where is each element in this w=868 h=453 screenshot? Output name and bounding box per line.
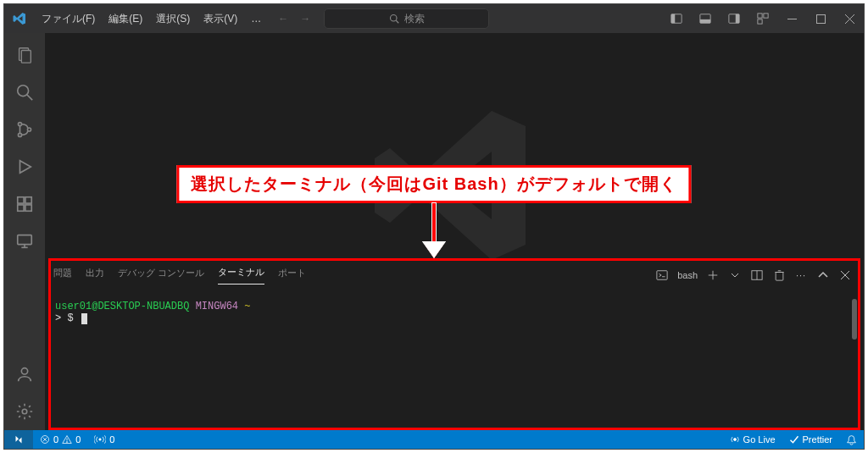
status-go-live-label: Go Live xyxy=(743,434,776,445)
svg-rect-9 xyxy=(764,14,768,18)
explorer-icon[interactable] xyxy=(4,36,45,74)
svg-point-48 xyxy=(733,439,736,441)
status-ports[interactable]: 0 xyxy=(87,434,121,445)
svg-rect-5 xyxy=(700,19,710,23)
svg-rect-24 xyxy=(18,205,24,211)
toggle-panel-icon[interactable] xyxy=(691,4,720,33)
svg-rect-26 xyxy=(25,197,31,203)
terminal-env: MINGW64 xyxy=(196,301,238,312)
status-ports-count: 0 xyxy=(109,434,114,445)
nav-back-icon[interactable]: ← xyxy=(275,13,292,25)
broadcast-icon xyxy=(730,434,740,445)
split-terminal-icon[interactable] xyxy=(750,268,764,282)
run-debug-icon[interactable] xyxy=(4,148,45,185)
svg-point-47 xyxy=(99,439,101,440)
panel-tab-output[interactable]: 出力 xyxy=(86,267,104,285)
new-terminal-icon[interactable] xyxy=(706,268,720,282)
status-prettier-label: Prettier xyxy=(803,434,832,445)
accounts-icon[interactable] xyxy=(4,356,45,393)
svg-point-30 xyxy=(21,368,27,374)
window-close-icon[interactable] xyxy=(835,4,864,33)
warning-icon xyxy=(62,434,72,445)
menu-view[interactable]: 表示(V) xyxy=(197,4,244,33)
settings-gear-icon[interactable] xyxy=(4,393,45,430)
svg-rect-16 xyxy=(21,51,31,64)
titlebar: ファイル(F) 編集(E) 選択(S) 表示(V) … ← → 検索 xyxy=(4,4,864,33)
terminal-cursor xyxy=(81,313,87,324)
vscode-logo-icon xyxy=(4,12,35,25)
customize-layout-icon[interactable] xyxy=(748,4,777,33)
status-prettier[interactable]: Prettier xyxy=(782,434,839,445)
status-go-live[interactable]: Go Live xyxy=(723,434,782,445)
menu-overflow[interactable]: … xyxy=(244,4,268,33)
terminal-user-host: user01@DESKTOP-NBUADBQ xyxy=(55,301,189,312)
command-center-search[interactable]: 検索 xyxy=(324,8,488,29)
nav-forward-icon[interactable]: → xyxy=(297,13,314,25)
svg-point-19 xyxy=(18,123,21,126)
svg-rect-10 xyxy=(758,19,762,24)
status-error-count: 0 xyxy=(53,434,58,445)
svg-rect-3 xyxy=(671,14,675,24)
svg-rect-23 xyxy=(18,197,24,203)
svg-rect-7 xyxy=(736,14,739,24)
svg-rect-8 xyxy=(758,14,762,18)
svg-point-0 xyxy=(390,15,397,22)
menu-select[interactable]: 選択(S) xyxy=(149,4,197,33)
svg-rect-12 xyxy=(816,14,825,23)
remote-explorer-icon[interactable] xyxy=(4,223,45,260)
toggle-secondary-sidebar-icon[interactable] xyxy=(720,4,748,33)
terminal-body[interactable]: user01@DESKTOP-NBUADBQ MINGW64 ~ > $ xyxy=(55,301,852,425)
check-icon xyxy=(789,434,799,445)
svg-rect-25 xyxy=(25,205,31,211)
menu-file[interactable]: ファイル(F) xyxy=(35,4,102,33)
svg-rect-32 xyxy=(657,271,667,280)
window-minimize-icon[interactable] xyxy=(777,4,806,33)
source-control-icon[interactable] xyxy=(4,111,45,148)
extensions-icon[interactable] xyxy=(4,185,45,223)
kill-terminal-icon[interactable] xyxy=(772,268,786,282)
svg-point-20 xyxy=(18,133,21,136)
svg-rect-27 xyxy=(18,235,32,245)
terminal-cwd: ~ xyxy=(244,301,250,312)
svg-point-21 xyxy=(27,128,31,131)
panel-tab-ports[interactable]: ポート xyxy=(278,267,306,285)
annotation-arrow-icon xyxy=(424,202,444,258)
panel-tab-problems[interactable]: 問題 xyxy=(53,267,72,285)
panel-tab-terminal[interactable]: ターミナル xyxy=(218,266,264,285)
remote-indicator-icon[interactable] xyxy=(4,430,33,449)
toggle-primary-sidebar-icon[interactable] xyxy=(662,4,691,33)
terminal-prompt-line: > $ xyxy=(55,312,852,324)
statusbar: 0 0 0 Go Live Prettier xyxy=(4,430,864,449)
svg-point-17 xyxy=(18,86,29,97)
search-sidebar-icon[interactable] xyxy=(4,74,45,111)
annotation-callout: 選択したターミナル（今回はGit Bash）がデフォルトで開く xyxy=(176,165,691,203)
antenna-icon xyxy=(94,434,106,445)
window-maximize-icon[interactable] xyxy=(806,4,835,33)
search-icon xyxy=(389,14,399,24)
terminal-prompt-header: user01@DESKTOP-NBUADBQ MINGW64 ~ xyxy=(55,301,852,312)
status-warning-count: 0 xyxy=(75,434,81,445)
status-notifications-icon[interactable] xyxy=(839,434,864,445)
terminal-dropdown-icon[interactable] xyxy=(728,268,742,282)
status-problems[interactable]: 0 0 xyxy=(33,434,87,445)
panel-tab-debug-console[interactable]: デバッグ コンソール xyxy=(118,267,204,285)
close-panel-icon[interactable] xyxy=(838,268,852,282)
svg-marker-22 xyxy=(20,161,31,174)
terminal-scrollbar[interactable] xyxy=(852,299,857,340)
error-icon xyxy=(40,434,50,445)
terminal-profile-icon xyxy=(655,268,669,282)
svg-point-46 xyxy=(67,442,68,443)
menu-edit[interactable]: 編集(E) xyxy=(102,4,149,33)
panel-actions: bash ··· xyxy=(655,263,852,287)
terminal-shell-label[interactable]: bash xyxy=(677,270,698,280)
activitybar xyxy=(4,33,45,430)
vscode-window: ファイル(F) 編集(E) 選択(S) 表示(V) … ← → 検索 xyxy=(3,3,865,450)
svg-rect-37 xyxy=(776,273,783,281)
terminal-prompt-prefix: > xyxy=(55,312,61,324)
svg-rect-11 xyxy=(787,19,797,19)
svg-line-1 xyxy=(396,20,398,23)
panel-more-icon[interactable]: ··· xyxy=(794,268,808,282)
svg-line-18 xyxy=(27,95,32,100)
maximize-panel-icon[interactable] xyxy=(816,268,830,282)
terminal-prompt-symbol: $ xyxy=(67,312,73,324)
